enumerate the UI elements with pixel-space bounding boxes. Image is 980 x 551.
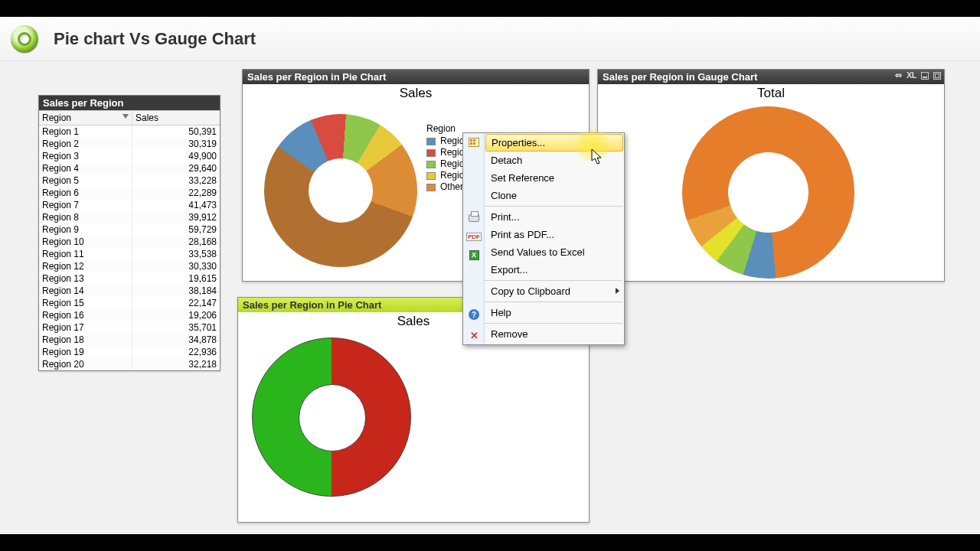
ctx-print-pdf[interactable]: Print as PDF... <box>485 226 624 243</box>
properties-icon <box>469 138 479 147</box>
table-row[interactable]: Region 230,319 <box>39 138 220 150</box>
minimize-icon[interactable] <box>921 72 929 80</box>
ctx-properties[interactable]: Properties... <box>485 134 623 152</box>
table-row[interactable]: Region 1922,936 <box>39 346 220 358</box>
legend-swatch-icon <box>426 172 436 180</box>
app-logo-icon <box>11 25 38 53</box>
table-row[interactable]: Region 1230,330 <box>39 260 220 272</box>
ctx-remove[interactable]: Remove <box>485 325 624 343</box>
sales-table-title: Sales per Region <box>39 96 220 110</box>
xl-icon[interactable]: XL <box>906 71 916 80</box>
table-row[interactable]: Region 622,289 <box>39 187 220 199</box>
ctx-send-excel[interactable]: Send Values to Excel <box>485 243 624 261</box>
ctx-copy-clipboard[interactable]: Copy to Clipboard <box>485 282 624 300</box>
fast-change-icon[interactable]: ⇔ <box>895 71 902 80</box>
chart-gauge-title: Sales per Region in Gauge Chart ⇔ XL <box>598 70 944 84</box>
excel-icon: X <box>469 250 479 260</box>
page-title: Pie chart Vs Gauge Chart <box>54 29 256 49</box>
table-row[interactable]: Region 959,729 <box>39 223 220 236</box>
legend-swatch-icon <box>426 161 436 168</box>
table-row[interactable]: Region 2032,218 <box>39 358 220 370</box>
ctx-help[interactable]: Help <box>485 304 624 321</box>
ctx-export[interactable]: Export... <box>485 261 624 279</box>
table-row[interactable]: Region 150,391 <box>39 126 220 138</box>
ctx-clone[interactable]: Clone <box>485 187 624 204</box>
legend-swatch-icon <box>426 138 436 145</box>
table-row[interactable]: Region 1319,615 <box>39 272 220 285</box>
table-row[interactable]: Region 839,912 <box>39 211 220 223</box>
table-row[interactable]: Region 349,900 <box>39 150 220 162</box>
donut-chart-icon <box>264 114 417 267</box>
ctx-print[interactable]: Print... <box>485 208 624 226</box>
table-row[interactable]: Region 1834,878 <box>39 334 220 346</box>
maximize-icon[interactable] <box>933 72 941 80</box>
col-header-sales[interactable]: Sales <box>132 110 220 126</box>
chart-gauge-subtitle: Total <box>598 84 944 101</box>
chart-pie-top-subtitle: Sales <box>243 84 589 101</box>
table-row[interactable]: Region 1619,206 <box>39 309 220 321</box>
sort-caret-icon <box>122 114 129 119</box>
table-row[interactable]: Region 429,640 <box>39 162 220 174</box>
legend-swatch-icon <box>426 149 436 157</box>
chart-pie-top-title: Sales per Region in Pie Chart <box>243 70 589 84</box>
col-header-region[interactable]: Region <box>39 110 132 126</box>
pdf-icon: PDF <box>466 233 482 241</box>
gauge-donut-icon <box>682 106 854 279</box>
context-menu: PDF X ? ✕ Properties... Detach Set Refer… <box>462 132 625 345</box>
table-row[interactable]: Region 1028,168 <box>39 236 220 248</box>
ctx-set-reference[interactable]: Set Reference <box>485 169 624 187</box>
donut-redgreen-icon <box>252 337 411 497</box>
table-row[interactable]: Region 1133,538 <box>39 248 220 260</box>
table-row[interactable]: Region 533,228 <box>39 174 220 187</box>
help-icon: ? <box>469 309 479 320</box>
table-row[interactable]: Region 1438,184 <box>39 285 220 297</box>
chart-gauge[interactable]: Sales per Region in Gauge Chart ⇔ XL Tot… <box>597 69 945 282</box>
remove-icon: ✕ <box>470 330 479 341</box>
submenu-arrow-icon <box>616 288 619 294</box>
legend-swatch-icon <box>426 184 436 191</box>
table-row[interactable]: Region 741,473 <box>39 199 220 211</box>
sales-table-panel: Sales per Region Region Sales Region 150… <box>38 95 220 371</box>
printer-icon <box>469 214 479 222</box>
table-row[interactable]: Region 1522,147 <box>39 297 220 309</box>
table-row[interactable]: Region 1735,701 <box>39 321 220 334</box>
ctx-detach[interactable]: Detach <box>485 152 624 169</box>
